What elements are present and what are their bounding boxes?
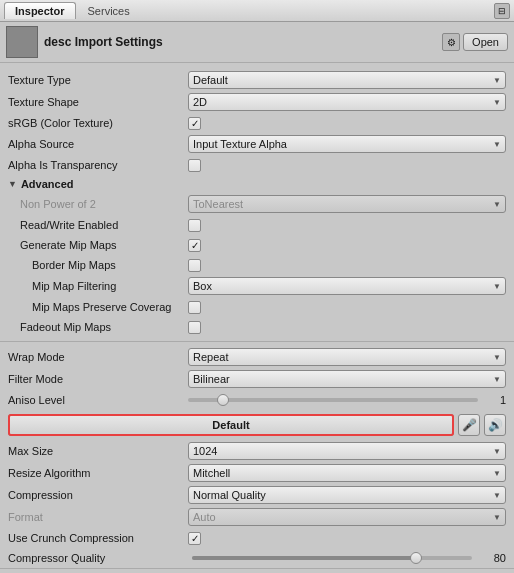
texture-shape-row: Texture Shape 2D ▼ [0, 91, 514, 113]
bottom-buttons: Revert Apply [0, 568, 514, 573]
lock-icon[interactable]: ⊟ [494, 3, 510, 19]
wrap-mode-row: Wrap Mode Repeat ▼ [0, 346, 514, 368]
mip-filtering-label: Mip Map Filtering [8, 280, 188, 292]
srgb-row: sRGB (Color Texture) [0, 113, 514, 133]
wrap-mode-dropdown[interactable]: Repeat ▼ [188, 348, 506, 366]
dropdown-arrow-icon: ▼ [493, 447, 501, 456]
alpha-transparency-label: Alpha Is Transparency [8, 159, 188, 171]
aniso-slider-handle[interactable] [217, 394, 229, 406]
advanced-section-header[interactable]: ▼ Advanced [0, 175, 514, 193]
texture-type-row: Texture Type Default ▼ [0, 69, 514, 91]
dropdown-arrow-icon: ▼ [493, 282, 501, 291]
aniso-label: Aniso Level [8, 394, 188, 406]
dropdown-arrow-icon: ▼ [493, 98, 501, 107]
texture-type-label: Texture Type [8, 74, 188, 86]
wrap-mode-label: Wrap Mode [8, 351, 188, 363]
fadeout-row: Fadeout Mip Maps [0, 317, 514, 337]
gear-icon[interactable]: ⚙ [442, 33, 460, 51]
filter-mode-row: Filter Mode Bilinear ▼ [0, 368, 514, 390]
read-write-label: Read/Write Enabled [8, 219, 188, 231]
mip-filtering-dropdown[interactable]: Box ▼ [188, 277, 506, 295]
aniso-value: 1 [484, 394, 506, 406]
format-dropdown: Auto ▼ [188, 508, 506, 526]
chevron-down-icon: ▼ [8, 179, 17, 189]
generate-mip-label: Generate Mip Maps [8, 239, 188, 251]
mip-filtering-row: Mip Map Filtering Box ▼ [0, 275, 514, 297]
non-power-dropdown: ToNearest ▼ [188, 195, 506, 213]
border-mip-label: Border Mip Maps [8, 259, 188, 271]
max-size-dropdown[interactable]: 1024 ▼ [188, 442, 506, 460]
main-content: Texture Type Default ▼ Texture Shape 2D … [0, 63, 514, 568]
border-mip-row: Border Mip Maps [0, 255, 514, 275]
texture-type-dropdown[interactable]: Default ▼ [188, 71, 506, 89]
compression-label: Compression [8, 489, 188, 501]
platform-row: Default 🎤 🔊 [0, 410, 514, 440]
alpha-transparency-row: Alpha Is Transparency [0, 155, 514, 175]
compressor-slider-handle[interactable] [410, 552, 422, 564]
aniso-slider-track[interactable] [188, 398, 478, 402]
compressor-value: 80 [482, 552, 506, 564]
format-label: Format [8, 511, 188, 523]
max-size-label: Max Size [8, 445, 188, 457]
compressor-slider-container: 80 [188, 552, 506, 564]
filter-mode-label: Filter Mode [8, 373, 188, 385]
speaker-icon[interactable]: 🔊 [484, 414, 506, 436]
compression-dropdown[interactable]: Normal Quality ▼ [188, 486, 506, 504]
texture-shape-dropdown[interactable]: 2D ▼ [188, 93, 506, 111]
alpha-source-label: Alpha Source [8, 138, 188, 150]
compressor-quality-row: Compressor Quality 80 [0, 548, 514, 568]
srgb-label: sRGB (Color Texture) [8, 117, 188, 129]
alpha-transparency-checkbox[interactable] [188, 159, 201, 172]
tab-services[interactable]: Services [78, 3, 140, 19]
dropdown-arrow-icon: ▼ [493, 513, 501, 522]
crunch-row: Use Crunch Compression [0, 528, 514, 548]
microphone-icon[interactable]: 🎤 [458, 414, 480, 436]
dropdown-arrow-icon: ▼ [493, 375, 501, 384]
fadeout-checkbox[interactable] [188, 321, 201, 334]
read-write-checkbox[interactable] [188, 219, 201, 232]
open-button[interactable]: Open [463, 33, 508, 51]
tab-inspector[interactable]: Inspector [4, 2, 76, 19]
generate-mip-row: Generate Mip Maps [0, 235, 514, 255]
compressor-slider-fill [192, 556, 416, 560]
mip-preserve-label: Mip Maps Preserve Coverag [8, 301, 188, 313]
format-row: Format Auto ▼ [0, 506, 514, 528]
page-title: desc Import Settings [44, 35, 436, 49]
mip-preserve-checkbox[interactable] [188, 301, 201, 314]
dropdown-arrow-icon: ▼ [493, 469, 501, 478]
compressor-quality-label: Compressor Quality [8, 552, 188, 564]
crunch-checkbox[interactable] [188, 532, 201, 545]
resize-algo-dropdown[interactable]: Mitchell ▼ [188, 464, 506, 482]
filter-mode-dropdown[interactable]: Bilinear ▼ [188, 370, 506, 388]
srgb-checkbox[interactable] [188, 117, 201, 130]
aniso-slider-container: 1 [188, 394, 506, 406]
read-write-row: Read/Write Enabled [0, 215, 514, 235]
crunch-label: Use Crunch Compression [8, 532, 188, 544]
resize-algo-label: Resize Algorithm [8, 467, 188, 479]
compressor-slider-track[interactable] [192, 556, 472, 560]
alpha-source-row: Alpha Source Input Texture Alpha ▼ [0, 133, 514, 155]
dropdown-arrow-icon: ▼ [493, 76, 501, 85]
fadeout-label: Fadeout Mip Maps [8, 321, 188, 333]
texture-thumbnail [6, 26, 38, 58]
aniso-row: Aniso Level 1 [0, 390, 514, 410]
border-mip-checkbox[interactable] [188, 259, 201, 272]
resize-algo-row: Resize Algorithm Mitchell ▼ [0, 462, 514, 484]
generate-mip-checkbox[interactable] [188, 239, 201, 252]
dropdown-arrow-icon: ▼ [493, 491, 501, 500]
max-size-row: Max Size 1024 ▼ [0, 440, 514, 462]
non-power-label: Non Power of 2 [8, 198, 188, 210]
mip-preserve-row: Mip Maps Preserve Coverag [0, 297, 514, 317]
compression-row: Compression Normal Quality ▼ [0, 484, 514, 506]
non-power-row: Non Power of 2 ToNearest ▼ [0, 193, 514, 215]
divider-1 [0, 341, 514, 342]
texture-shape-label: Texture Shape [8, 96, 188, 108]
dropdown-arrow-icon: ▼ [493, 353, 501, 362]
alpha-source-dropdown[interactable]: Input Texture Alpha ▼ [188, 135, 506, 153]
advanced-label: Advanced [21, 178, 74, 190]
title-bar: Inspector Services ⊟ [0, 0, 514, 22]
inspector-header: desc Import Settings ⚙ Open [0, 22, 514, 63]
default-platform-button[interactable]: Default [8, 414, 454, 436]
dropdown-arrow-icon: ▼ [493, 200, 501, 209]
dropdown-arrow-icon: ▼ [493, 140, 501, 149]
